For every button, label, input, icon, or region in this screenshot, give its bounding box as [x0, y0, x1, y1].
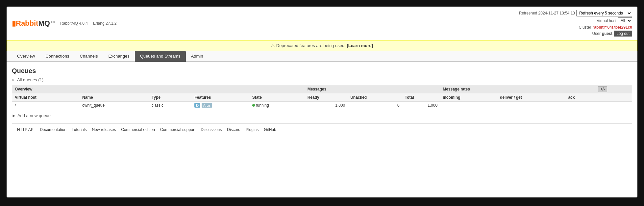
add-queue-label: Add a new queue [17, 113, 51, 118]
erlang-text: Erlang 27.1.2 [93, 21, 116, 26]
learn-more-link[interactable]: [Learn more] [347, 43, 373, 48]
col-unacked: Unacked [348, 93, 402, 102]
virtual-host-select[interactable]: All / [618, 17, 632, 24]
refreshed-label: Refreshed 2024-11-27 13:54:13 [519, 11, 575, 15]
virtual-host-row: Virtual host All / [597, 17, 632, 24]
col-total: Total [402, 93, 440, 102]
logout-button[interactable]: Log out [614, 31, 632, 37]
col-incoming: incoming [440, 93, 497, 102]
logo: ▮RabbitMQTM [12, 19, 55, 28]
cell-incoming [440, 102, 497, 109]
footer-link-tutorials[interactable]: Tutorials [72, 127, 87, 132]
cell-deliver-get [497, 102, 565, 109]
tab-connections[interactable]: Connections [40, 51, 74, 62]
col-deliver-get: deliver / get [497, 93, 565, 102]
queue-name-link[interactable]: ownit_queue [82, 103, 105, 108]
all-queues-header[interactable]: ► All queues (1) [12, 77, 632, 82]
cell-total: 1,000 [402, 102, 440, 109]
refresh-select[interactable]: Refresh every 5 seconds Refresh every 10… [576, 10, 632, 16]
col-type: Type [149, 93, 192, 102]
table-row: / ownit_queue classic D Args running [12, 102, 632, 109]
header: ▮RabbitMQTM RabbitMQ 4.0.4 Erlang 27.1.2… [7, 7, 637, 40]
cell-ready: 1,000 [305, 102, 348, 109]
user-label: User [592, 31, 601, 36]
footer-link-http-api[interactable]: HTTP API [17, 127, 35, 132]
user-row: User guest Log out [592, 31, 632, 37]
cluster-name: rabbit@04f7bef291c0 [593, 25, 632, 30]
footer-link-documentation[interactable]: Documentation [40, 127, 66, 132]
cell-virtual-host: / [12, 102, 80, 109]
cell-type: classic [149, 102, 192, 109]
warning-text: ⚠ Deprecated features are being used. [271, 43, 346, 48]
logo-rabbit-text: ▮RabbitMQTM [12, 19, 55, 28]
footer-links: HTTP API Documentation Tutorials New rel… [12, 124, 632, 135]
cell-name[interactable]: ownit_queue [80, 102, 149, 109]
col-ready: Ready [305, 93, 348, 102]
cell-state: running [250, 102, 305, 109]
header-left: ▮RabbitMQTM RabbitMQ 4.0.4 Erlang 27.1.2 [12, 19, 116, 28]
running-dot-icon [252, 104, 255, 107]
queues-table: Overview Messages Message rates +/- Virt… [12, 85, 632, 109]
state-text: running [256, 103, 269, 108]
add-queue-section[interactable]: ► Add a new queue [12, 113, 632, 118]
main-content: Queues ► All queues (1) Overview Message… [7, 62, 637, 141]
col-virtual-host: Virtual host [12, 93, 80, 102]
page-title: Queues [12, 67, 632, 75]
user-name: guest [602, 31, 612, 36]
logo-tm: TM [51, 20, 55, 23]
cluster-label: Cluster [579, 25, 591, 30]
feature-args-badge: Args [202, 103, 212, 108]
cluster-row: Cluster rabbit@04f7bef291c0 [579, 25, 632, 30]
version-text: RabbitMQ 4.0.4 [60, 21, 88, 26]
header-right: Refreshed 2024-11-27 13:54:13 Refresh ev… [519, 10, 632, 37]
cell-ack [565, 102, 595, 109]
col-ack: ack [565, 93, 595, 102]
all-queues-label: All queues (1) [17, 77, 43, 82]
footer-link-discord[interactable]: Discord [227, 127, 240, 132]
feature-d-badge: D [194, 103, 200, 108]
tab-admin[interactable]: Admin [186, 51, 209, 62]
collapse-arrow-icon: ► [12, 78, 15, 82]
warning-banner: ⚠ Deprecated features are being used. [L… [7, 40, 637, 51]
messages-group-header: Messages [305, 85, 440, 93]
tab-channels[interactable]: Channels [74, 51, 103, 62]
overview-group-header: Overview [12, 85, 305, 93]
virtual-host-label: Virtual host [597, 18, 616, 23]
footer-link-plugins[interactable]: Plugins [246, 127, 259, 132]
plus-minus-button[interactable]: +/- [598, 86, 607, 92]
col-state: State [250, 93, 305, 102]
tab-queues-streams[interactable]: Queues and Streams [135, 51, 186, 62]
queues-table-container: Overview Messages Message rates +/- Virt… [12, 85, 632, 109]
footer-link-commercial-edition[interactable]: Commercial edition [121, 127, 155, 132]
plus-minus-cell[interactable]: +/- [595, 85, 632, 93]
footer-link-discussions[interactable]: Discussions [201, 127, 222, 132]
tab-overview[interactable]: Overview [12, 51, 40, 62]
message-rates-group-header: Message rates [440, 85, 595, 93]
state-running: running [252, 103, 269, 108]
cell-features: D Args [192, 102, 249, 109]
col-name: Name [80, 93, 149, 102]
col-extra [595, 93, 632, 102]
add-queue-arrow-icon: ► [12, 113, 16, 118]
tab-exchanges[interactable]: Exchanges [103, 51, 135, 62]
footer-link-commercial-support[interactable]: Commercial support [160, 127, 195, 132]
refresh-row: Refreshed 2024-11-27 13:54:13 Refresh ev… [519, 10, 632, 16]
cell-unacked: 0 [348, 102, 402, 109]
col-features: Features [192, 93, 249, 102]
footer-link-new-releases[interactable]: New releases [92, 127, 116, 132]
footer-link-github[interactable]: GitHub [264, 127, 276, 132]
nav-tabs: Overview Connections Channels Exchanges … [7, 51, 637, 62]
cell-extra [595, 102, 632, 109]
